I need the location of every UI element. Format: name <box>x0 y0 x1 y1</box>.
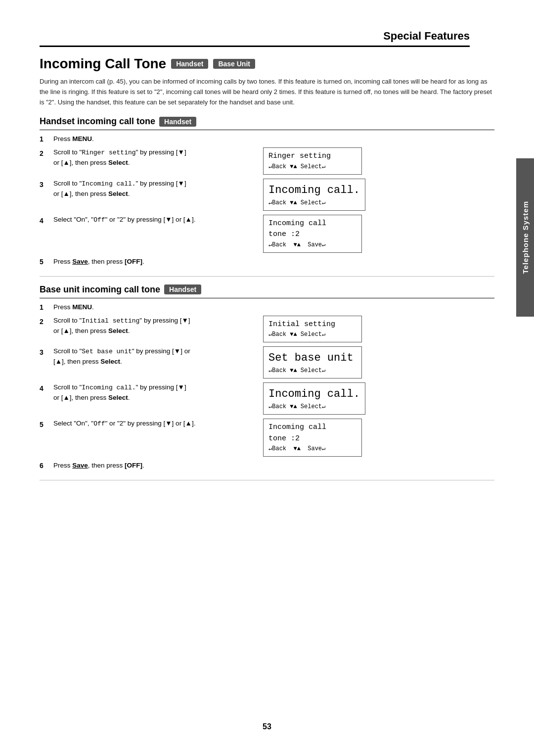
base-step-2: 2 Scroll to "Initial setting" by pressin… <box>40 316 470 343</box>
base-step-5-text: Select "On", "Off" or "2" by pressing [▼… <box>53 419 252 430</box>
base-step-num-3: 3 <box>40 346 53 367</box>
screen-ringer-setting: Ringer setting ↵Back ▼▲ Select↵ <box>263 147 362 175</box>
base-unit-subsection-badge: Handset <box>164 284 201 294</box>
handset-step-5: 5 Press Save, then press [OFF]. <box>40 257 470 267</box>
step-num-3: 3 <box>40 179 53 199</box>
section-heading: Incoming Call Tone Handset Base Unit <box>40 56 494 72</box>
base-step-num-2: 2 <box>40 316 53 336</box>
handset-subsection-badge: Handset <box>159 117 196 127</box>
step-4-text: Select "On", "Off" or "2" by pressing [▼… <box>53 215 252 227</box>
screen-incoming-call-tone-b: Incoming call tone :2 ↵Back ▼▲ Save↵ <box>263 419 362 457</box>
step-3-text: Scroll to "Incoming call." by pressing [… <box>53 179 252 199</box>
screen-incoming-call-tone-h: Incoming call tone :2 ↵Back ▼▲ Save↵ <box>263 215 362 253</box>
step-2-text: Scroll to "Ringer setting" by pressing [… <box>53 147 252 168</box>
screen-incoming-call-b: Incoming call. ↵Back ▼▲ Select↵ <box>263 382 365 415</box>
base-step-4-text: Scroll to "Incoming call." by pressing [… <box>53 382 252 403</box>
base-step-6-text: Press Save, then press [OFF]. <box>53 461 470 471</box>
step-num-5: 5 <box>40 257 53 266</box>
base-step-3-text-area: 3 Scroll to "Set base unit" by pressing … <box>40 346 252 367</box>
screen-initial-setting: Initial setting ↵Back ▼▲ Select↵ <box>263 316 362 343</box>
vertical-tab-label: Telephone System <box>521 201 530 274</box>
base-unit-badge: Base Unit <box>213 59 255 69</box>
section-divider-1 <box>40 276 494 277</box>
vertical-tab: Telephone System <box>516 158 534 317</box>
handset-badge: Handset <box>171 59 208 69</box>
step-num-1: 1 <box>40 134 53 143</box>
base-step-5: 5 Select "On", "Off" or "2" by pressing … <box>40 419 470 457</box>
step-4-text-area: 4 Select "On", "Off" or "2" by pressing … <box>40 215 252 227</box>
base-step-4: 4 Scroll to "Incoming call." by pressing… <box>40 382 470 415</box>
base-step-2-text-area: 2 Scroll to "Initial setting" by pressin… <box>40 316 252 336</box>
step-3-text-area: 3 Scroll to "Incoming call." by pressing… <box>40 179 252 199</box>
handset-step-4: 4 Select "On", "Off" or "2" by pressing … <box>40 215 470 253</box>
base-unit-subsection-heading: Base unit incoming call tone Handset <box>40 284 494 298</box>
handset-step-1: 1 Press MENU. <box>40 134 470 144</box>
handset-step-2: 2 Scroll to "Ringer setting" by pressing… <box>40 147 470 175</box>
page: Telephone System Special Features Incomi… <box>0 0 534 756</box>
handset-step-3: 3 Scroll to "Incoming call." by pressing… <box>40 179 470 211</box>
base-step-num-6: 6 <box>40 461 53 470</box>
base-step-1: 1 Press MENU. <box>40 302 470 313</box>
handset-steps: 1 Press MENU. 2 Scroll to "Ringer settin… <box>40 134 494 267</box>
step-5-text: Press Save, then press [OFF]. <box>53 257 470 267</box>
base-step-2-text: Scroll to "Initial setting" by pressing … <box>53 316 252 336</box>
page-number: 53 <box>263 722 271 731</box>
base-step-1-text: Press MENU. <box>53 302 470 313</box>
base-unit-subsection-title: Base unit incoming call tone <box>40 284 160 295</box>
screen-incoming-call-h: Incoming call. ↵Back ▼▲ Select↵ <box>263 179 365 211</box>
step-num-2: 2 <box>40 147 53 168</box>
base-step-3-text: Scroll to "Set base unit" by pressing [▼… <box>53 346 252 367</box>
base-step-num-4: 4 <box>40 382 53 403</box>
intro-text: During an intercom call (p. 45), you can… <box>40 77 494 107</box>
base-step-4-text-area: 4 Scroll to "Incoming call." by pressing… <box>40 382 252 403</box>
step-2-text-area: 2 Scroll to "Ringer setting" by pressing… <box>40 147 252 168</box>
base-step-5-text-area: 5 Select "On", "Off" or "2" by pressing … <box>40 419 252 430</box>
section-title: Incoming Call Tone <box>40 56 166 72</box>
page-title: Special Features <box>40 30 494 47</box>
base-unit-steps: 1 Press MENU. 2 Scroll to "Initial setti… <box>40 302 494 471</box>
base-step-num-5: 5 <box>40 419 53 430</box>
base-step-num-1: 1 <box>40 302 53 311</box>
handset-subsection-heading: Handset incoming call tone Handset <box>40 116 494 130</box>
base-step-6: 6 Press Save, then press [OFF]. <box>40 461 470 471</box>
section-divider-2 <box>40 480 494 480</box>
step-1-text: Press MENU. <box>53 134 470 144</box>
screen-set-base-unit: Set base unit ↵Back ▼▲ Select↵ <box>263 346 362 378</box>
step-num-4: 4 <box>40 215 53 227</box>
base-step-3: 3 Scroll to "Set base unit" by pressing … <box>40 346 470 378</box>
handset-subsection-title: Handset incoming call tone <box>40 116 155 127</box>
